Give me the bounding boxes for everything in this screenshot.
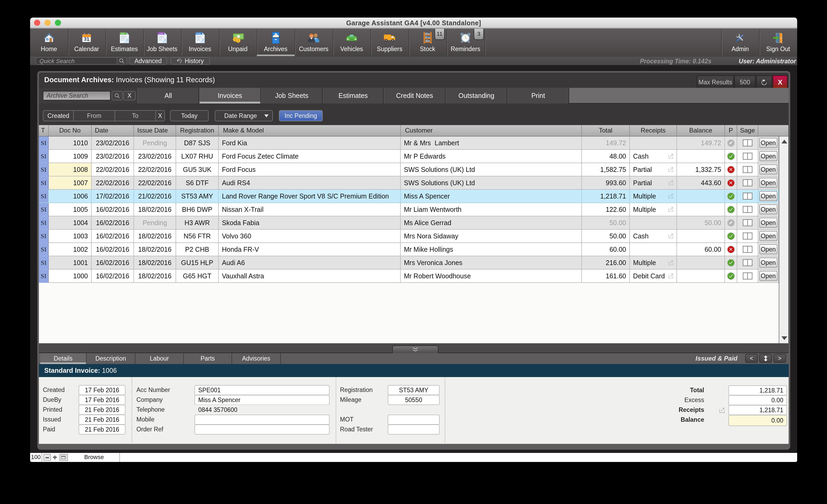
- svg-text:31: 31: [84, 36, 89, 42]
- svg-text:1: 1: [237, 39, 239, 42]
- svg-text:Invoic: Invoic: [196, 33, 201, 34]
- svg-text:1: 1: [235, 38, 236, 41]
- svg-text:Estim: Estim: [121, 33, 125, 34]
- svg-text:JobSh: JobSh: [158, 33, 163, 34]
